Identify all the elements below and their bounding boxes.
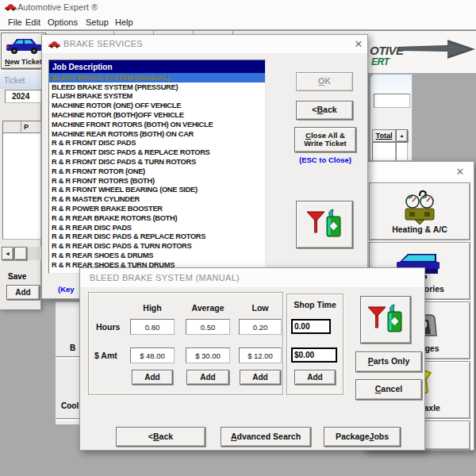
invoice-window-titlebar	[370, 75, 412, 94]
amt-high-field: $ 48.00	[130, 347, 175, 363]
col-header-shop-time: Shop Time	[286, 300, 344, 309]
col-header-average: Average	[186, 303, 230, 313]
menu-edit[interactable]: Edit	[22, 16, 44, 29]
button-divider	[56, 418, 79, 420]
menu-options[interactable]: Options	[44, 16, 81, 29]
sort-up-icon: ▲	[400, 133, 405, 139]
job-list-item[interactable]: FLUSH BRAKE SYSTEM	[49, 92, 265, 102]
job-list-item[interactable]: R & R FRONT DISC PADS & REPLACE ROTORS	[49, 148, 265, 157]
parts-lookup-button[interactable]	[360, 296, 411, 344]
back-button[interactable]: < Back	[296, 101, 353, 120]
job-detail-title: BLEED BRAKE SYSTEM (MANUAL)	[90, 273, 240, 282]
ok-button[interactable]: OK	[296, 72, 353, 91]
total-column-header[interactable]: Total	[372, 129, 396, 142]
add-average-button[interactable]: Add	[186, 370, 229, 385]
button-divider	[56, 356, 79, 359]
ticket-window-title: Ticket	[4, 76, 25, 85]
amt-row-label: $ Amt	[94, 351, 117, 360]
job-list-item[interactable]: R & R REAR BRAKE ROTORS (BOTH)	[49, 213, 265, 223]
brake-services-title: BRAKE SERVICES	[63, 39, 143, 48]
hours-average-field: 0.50	[186, 319, 230, 335]
red-car-icon	[48, 40, 60, 48]
add-high-button[interactable]: Add	[132, 370, 173, 385]
funnel-oilcan-icon	[306, 208, 343, 241]
job-list-header: Job Description	[49, 60, 265, 73]
left-category-panel: B Cool	[56, 301, 79, 424]
job-list-item[interactable]: MACHINE REAR ROTORS (BOTH) ON CAR	[49, 129, 265, 139]
scroll-left-icon: ◄	[5, 251, 10, 257]
scrollbar-track[interactable]	[28, 247, 41, 260]
scrollbar-column[interactable]	[396, 142, 408, 161]
invoice-window: Total ▲	[370, 74, 413, 161]
hours-low-field: 0.20	[239, 319, 282, 335]
hours-high-field: 0.80	[130, 319, 175, 335]
scroll-up-button[interactable]: ▲	[396, 129, 408, 142]
ticket-number-field[interactable]: 2024	[5, 90, 41, 103]
job-list-item[interactable]: BLEED BRAKE SYSTEM (MANUAL)	[49, 73, 265, 83]
hours-row-label: Hours	[96, 322, 120, 332]
job-list-item[interactable]: R & R MASTER CYLINDER	[49, 194, 265, 204]
job-list-item[interactable]: R & R FRONT WHEEL BEARING (ONE SIDE)	[49, 186, 265, 195]
job-list-item[interactable]: MACHINE ROTOR (BOTH)OFF VEHICLE	[49, 110, 265, 120]
job-list-item[interactable]: R & R REAR DISC PADS & REPLACE ROTORS	[49, 232, 265, 242]
category-heating-ac-label: Heating & A/C	[392, 225, 447, 240]
add-shop-button[interactable]: Add	[294, 370, 336, 385]
ticket-window-titlebar: Ticket	[0, 73, 41, 89]
scroll-left-button[interactable]: ◄	[2, 247, 13, 260]
job-list-item[interactable]: MACHINE ROTOR (ONE) OFF VEHICLE	[49, 101, 265, 110]
back-button[interactable]: < Back	[116, 427, 205, 447]
brake-services-dialog: BRAKE SERVICES ✕ Job Description BLEED B…	[41, 34, 368, 299]
shop-hours-input[interactable]	[291, 319, 331, 334]
job-list-item[interactable]: R & R POWER BRAKE BOOSTER	[49, 204, 265, 213]
ticket-col-header: P	[24, 123, 29, 131]
total-cell	[372, 142, 396, 161]
job-list-item[interactable]: R & R FRONT DISC PADS & TURN ROTORS	[49, 157, 265, 167]
job-list: Job Description BLEED BRAKE SYSTEM (MANU…	[48, 60, 266, 274]
amt-average-field: $ 30.00	[186, 347, 230, 363]
app-window: Automotive Expert ® File Edit Options Se…	[0, 0, 476, 476]
category-panel-close-icon[interactable]: ✕	[453, 166, 467, 178]
scrollbar-thumb[interactable]	[14, 247, 27, 260]
add-low-button[interactable]: Add	[240, 370, 281, 385]
brakes-button-partial[interactable]: B	[70, 344, 75, 352]
job-list-item[interactable]: BLEED BRAKE SYSTEM (PRESSURE)	[49, 83, 265, 92]
job-list-item[interactable]: R & R FRONT DISC PADS	[49, 139, 265, 148]
new-ticket-button[interactable]: New Ticket	[1, 33, 46, 69]
job-list-item[interactable]: R & R FRONT ROTORS (BOTH)	[49, 176, 265, 186]
ticket-window: Ticket 2024 P ◄ Save Add	[0, 73, 41, 309]
brake-services-close-icon[interactable]: ✕	[351, 38, 366, 50]
logo-text-bottom: ERT	[371, 56, 389, 67]
job-list-item[interactable]: R & R REAR DISC PADS	[49, 223, 265, 232]
shop-amount-input[interactable]	[291, 347, 337, 363]
menu-setup[interactable]: Setup	[83, 16, 112, 29]
invoice-field[interactable]	[374, 94, 410, 108]
cooling-button-partial[interactable]: Cool	[61, 401, 79, 410]
blue-car-icon	[5, 36, 44, 56]
amt-low-field: $ 12.00	[239, 347, 282, 363]
cancel-button[interactable]: Cancel	[355, 379, 422, 400]
app-logo-car-icon	[5, 3, 17, 11]
ac-gauges-icon	[370, 190, 470, 226]
window-title: Automotive Expert ®	[17, 2, 98, 12]
ticket-items-table: P	[2, 121, 41, 240]
parts-only-button[interactable]: Parts Only	[355, 351, 422, 372]
job-list-item[interactable]: R & R FRONT ROTOR (ONE)	[49, 167, 265, 176]
package-jobs-button[interactable]: Package Jobs	[324, 427, 401, 447]
job-detail-dialog: BLEED BRAKE SYSTEM (MANUAL) High Average…	[79, 267, 425, 451]
job-list-item[interactable]: R & R REAR SHOES & DRUMS	[49, 251, 265, 260]
keyboard-hint: (Key	[58, 285, 75, 294]
menu-help[interactable]: Help	[112, 16, 136, 29]
funnel-oilcan-icon	[367, 303, 404, 336]
category-heating-ac-button[interactable]: Heating & A/C	[369, 182, 470, 240]
esc-hint: (ESC to Close)	[291, 155, 359, 164]
new-ticket-label: New Ticket	[5, 59, 42, 67]
job-list-item[interactable]: R & R REAR DISC PADS & TURN ROTORS	[49, 241, 265, 251]
ticket-add-button[interactable]: Add	[6, 285, 40, 300]
job-list-item[interactable]: MACHINE FRONT ROTORS (BOTH) ON VEHICLE	[49, 120, 265, 129]
close-all-write-ticket-button[interactable]: Close All & Write Ticket	[294, 127, 356, 152]
logo-arrow-icon	[398, 38, 476, 62]
close-all-line2: Write Ticket	[304, 140, 347, 148]
parts-lookup-button[interactable]	[296, 201, 353, 248]
advanced-search-button[interactable]: Advanced Search	[221, 427, 311, 447]
col-header-high: High	[130, 303, 175, 313]
